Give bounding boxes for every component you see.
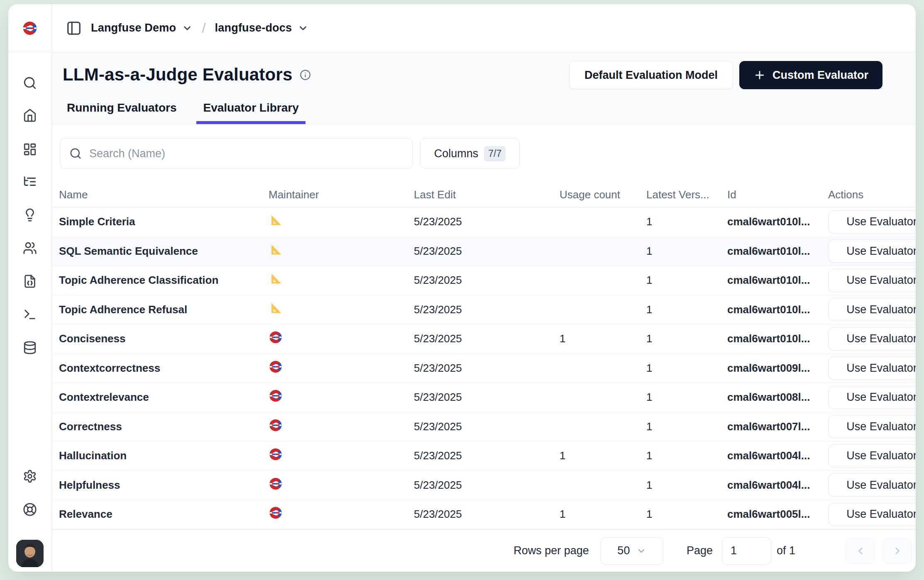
table-row[interactable]: Helpfulness 5/23/20251cmal6wart004l...Us… (52, 471, 916, 500)
actions-cell: Use Evaluator (828, 503, 916, 526)
actions-cell: Use Evaluator (828, 298, 916, 321)
project-selector[interactable]: langfuse-docs (215, 22, 292, 34)
page-number-input[interactable] (722, 537, 771, 565)
column-header-usage-count[interactable]: Usage count (560, 188, 646, 201)
home-icon[interactable] (23, 108, 37, 122)
use-evaluator-button[interactable]: Use Evaluator (828, 444, 916, 468)
ragas-logo-icon (269, 214, 282, 227)
actions-cell: Use Evaluator (828, 415, 916, 438)
breadcrumb-separator: / (202, 20, 205, 36)
evaluator-name: Correctness (59, 420, 269, 433)
tracing-tree-icon[interactable] (23, 175, 37, 189)
last-edit-date: 5/23/2025 (414, 449, 560, 462)
chevron-down-icon[interactable] (182, 23, 193, 34)
search-icon[interactable] (23, 76, 37, 90)
use-evaluator-button[interactable]: Use Evaluator (828, 327, 916, 351)
use-evaluator-button[interactable]: Use Evaluator (828, 269, 916, 292)
previous-page-button[interactable] (846, 538, 875, 564)
actions-cell: Use Evaluator (828, 327, 916, 351)
usage-count-value: 1 (560, 449, 646, 462)
sidebar-toggle-icon[interactable] (66, 20, 82, 36)
file-code-icon[interactable] (23, 274, 37, 288)
table-row[interactable]: Contextcorrectness 5/23/20251cmal6wart00… (52, 354, 916, 383)
table-row[interactable]: Hallucination 5/23/202511cmal6wart004l..… (52, 441, 916, 471)
table-row[interactable]: SQL Semantic Equivalence 5/23/20251cmal6… (52, 237, 916, 266)
column-header-id[interactable]: Id (727, 188, 828, 201)
evaluator-id: cmal6wart010l... (727, 245, 828, 258)
next-page-button[interactable] (883, 538, 912, 564)
latest-version-value: 1 (646, 332, 727, 345)
search-input[interactable] (89, 147, 403, 160)
last-edit-date: 5/23/2025 (414, 479, 560, 492)
use-evaluator-button[interactable]: Use Evaluator (828, 210, 916, 234)
org-selector[interactable]: Langfuse Demo (91, 22, 176, 34)
last-edit-date: 5/23/2025 (414, 362, 560, 375)
page-total-label: of 1 (777, 544, 795, 557)
use-evaluator-button[interactable]: Use Evaluator (828, 386, 916, 409)
main-content: LLM-as-a-Judge Evaluators Default Evalua… (52, 52, 916, 572)
evaluator-id: cmal6wart010l... (727, 274, 828, 287)
last-edit-date: 5/23/2025 (414, 245, 560, 258)
table-row[interactable]: Relevance 5/23/202511cmal6wart005l...Use… (52, 500, 916, 529)
chevron-down-icon[interactable] (298, 23, 308, 34)
tab-running-evaluators[interactable]: Running Evaluators (60, 101, 183, 124)
evaluator-name: Helpfulness (59, 479, 269, 492)
last-edit-date: 5/23/2025 (414, 332, 560, 345)
column-header-name[interactable]: Name (59, 188, 269, 201)
tab-evaluator-library[interactable]: Evaluator Library (196, 101, 305, 124)
latest-version-value: 1 (646, 420, 727, 433)
langfuse-logo-icon (22, 20, 38, 36)
table-row[interactable]: Conciseness 5/23/202511cmal6wart010l...U… (52, 324, 916, 354)
evaluator-name: Conciseness (59, 332, 269, 345)
terminal-icon[interactable] (23, 307, 37, 322)
use-evaluator-button[interactable]: Use Evaluator (828, 356, 916, 380)
table-row[interactable]: Simple Criteria 5/23/20251cmal6wart010l.… (52, 207, 916, 237)
users-icon[interactable] (23, 241, 37, 255)
actions-cell: Use Evaluator (828, 210, 916, 234)
use-evaluator-button[interactable]: Use Evaluator (828, 239, 916, 263)
evaluator-id: cmal6wart004l... (727, 479, 828, 492)
use-evaluator-button[interactable]: Use Evaluator (828, 473, 916, 497)
settings-gear-icon[interactable] (23, 469, 37, 483)
info-icon[interactable] (300, 69, 311, 80)
table-row[interactable]: Topic Adherence Refusal 5/23/20251cmal6w… (52, 295, 916, 325)
dashboard-grid-icon[interactable] (23, 142, 37, 156)
evaluator-name: Contextrelevance (59, 391, 269, 404)
table-row[interactable]: Topic Adherence Classification 5/23/2025… (52, 266, 916, 295)
search-box[interactable] (60, 138, 413, 169)
column-header-maintainer[interactable]: Maintainer (269, 188, 414, 201)
user-avatar[interactable] (16, 540, 44, 567)
maintainer-cell (269, 214, 414, 230)
use-evaluator-button[interactable]: Use Evaluator (828, 415, 916, 438)
breadcrumb: Langfuse Demo / langfuse-docs (52, 4, 308, 52)
use-evaluator-button[interactable]: Use Evaluator (828, 503, 916, 526)
use-evaluator-button[interactable]: Use Evaluator (828, 298, 916, 321)
last-edit-date: 5/23/2025 (414, 215, 560, 228)
actions-cell: Use Evaluator (828, 356, 916, 380)
latest-version-value: 1 (646, 479, 727, 492)
table-toolbar: Columns 7/7 (52, 124, 916, 183)
rows-per-page-select[interactable]: 50 (601, 537, 663, 565)
default-evaluation-model-button[interactable]: Default Evaluation Model (569, 61, 733, 89)
table-row[interactable]: Contextrelevance 5/23/20251cmal6wart008l… (52, 383, 916, 412)
maintainer-cell (269, 272, 414, 288)
columns-button[interactable]: Columns 7/7 (420, 138, 520, 169)
custom-evaluator-button[interactable]: Custom Evaluator (739, 61, 882, 89)
evaluator-name: Topic Adherence Refusal (59, 303, 269, 316)
column-header-last-edit[interactable]: Last Edit (414, 188, 560, 201)
table-row[interactable]: Correctness 5/23/20251cmal6wart007l...Us… (52, 412, 916, 442)
database-icon[interactable] (23, 341, 37, 355)
top-navigation-bar: Langfuse Demo / langfuse-docs (8, 4, 916, 52)
langfuse-logo-icon (269, 447, 283, 461)
support-lifebuoy-icon[interactable] (23, 502, 37, 517)
evaluator-name: Simple Criteria (59, 215, 269, 228)
column-header-latest-version[interactable]: Latest Vers... (646, 188, 727, 201)
actions-cell: Use Evaluator (828, 239, 916, 263)
app-logo[interactable] (8, 4, 52, 52)
langfuse-logo-icon (269, 360, 283, 374)
chevron-right-icon (892, 545, 903, 557)
latest-version-value: 1 (646, 215, 727, 228)
last-edit-date: 5/23/2025 (414, 508, 560, 521)
maintainer-cell (269, 389, 414, 406)
lightbulb-icon[interactable] (23, 208, 37, 222)
